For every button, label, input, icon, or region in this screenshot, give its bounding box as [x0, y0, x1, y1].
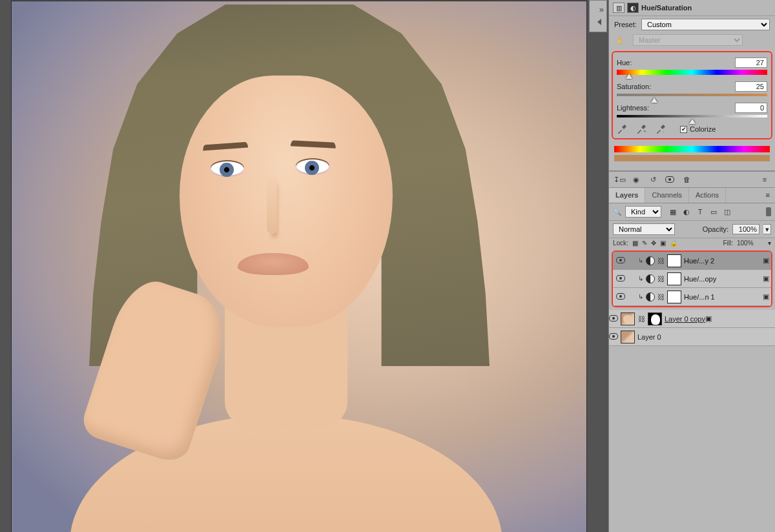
- eyedropper-icon[interactable]: [617, 124, 627, 134]
- hue-slider-block: Hue: 27: [617, 57, 767, 75]
- layer-mask-thumb[interactable]: [667, 254, 681, 267]
- layer-name[interactable]: Hue/...n 1: [684, 293, 761, 301]
- filter-smart-icon[interactable]: ◫: [723, 208, 732, 216]
- mask-link-icon[interactable]: ⛓: [657, 257, 665, 265]
- channel-select[interactable]: Master: [633, 34, 743, 46]
- hue-value[interactable]: 27: [735, 57, 767, 68]
- filter-adjustment-icon[interactable]: ◐: [682, 208, 691, 216]
- layer-row[interactable]: ↳ ⛓ Hue/...y 2 ▣: [613, 252, 771, 270]
- layer-advanced-icon[interactable]: ▣: [761, 292, 771, 301]
- photo-eye-right: [296, 159, 329, 175]
- saturation-label: Saturation:: [617, 83, 651, 90]
- fill-dropdown-icon[interactable]: ▾: [768, 240, 771, 247]
- adjustment-list-icon[interactable]: ▥: [613, 3, 625, 13]
- layer-advanced-icon[interactable]: ▣: [761, 274, 771, 283]
- layer-visibility-icon[interactable]: [613, 293, 628, 301]
- layer-row[interactable]: Layer 0: [609, 328, 775, 346]
- panel-expand-icon[interactable]: [597, 19, 601, 25]
- adjustment-thumb-icon: [646, 292, 655, 302]
- filter-pixel-icon[interactable]: ▦: [668, 208, 677, 216]
- document-canvas[interactable]: [12, 1, 586, 532]
- view-previous-icon[interactable]: ◉: [631, 174, 641, 185]
- layer-name[interactable]: Layer 0 copy: [665, 315, 705, 323]
- colorize-label: Colorize: [690, 125, 716, 133]
- lock-row: Lock: ▦ ✎ ✥ ▣ 🔒 Fill: 100% ▾: [609, 238, 775, 249]
- tab-channels[interactable]: Channels: [645, 188, 688, 203]
- saturation-slider[interactable]: [617, 94, 767, 96]
- clip-to-layer-icon[interactable]: ↧▭: [614, 174, 625, 185]
- mask-link-icon[interactable]: ⛓: [657, 293, 665, 301]
- svg-text:+: +: [643, 128, 646, 134]
- layers-tabs: Layers Channels Actions ≡: [609, 188, 775, 203]
- panel-menu-icon[interactable]: ≡: [760, 174, 770, 185]
- trash-icon[interactable]: 🗑: [681, 174, 692, 185]
- visibility-icon[interactable]: [665, 174, 675, 185]
- layer-row[interactable]: ↳ ⛓ Hue/...opy ▣: [613, 270, 771, 288]
- layer-visibility-icon[interactable]: [613, 257, 628, 265]
- layer-name[interactable]: Layer 0: [637, 333, 661, 341]
- filter-kind-select[interactable]: Kind: [625, 206, 661, 218]
- fill-label: Fill:: [723, 240, 733, 247]
- search-icon: 🔍: [613, 208, 622, 216]
- tab-actions[interactable]: Actions: [689, 188, 726, 203]
- colorize-checkbox[interactable]: ✔ Colorize: [680, 125, 716, 133]
- lock-artboard-icon[interactable]: ▣: [660, 240, 666, 247]
- eyedropper-subtract-icon[interactable]: -: [656, 124, 666, 134]
- preset-select[interactable]: Custom: [641, 19, 770, 30]
- layer-visibility-icon[interactable]: [613, 275, 628, 283]
- photo-nose: [267, 176, 277, 234]
- channel-row: ✋ Master: [609, 33, 775, 51]
- lock-label: Lock:: [613, 240, 628, 247]
- lock-position-icon[interactable]: ✥: [651, 240, 656, 247]
- mask-link-icon[interactable]: ⛓: [637, 315, 645, 323]
- adjustment-thumb-icon: [646, 274, 655, 283]
- layer-mask-thumb[interactable]: [667, 291, 681, 303]
- filter-type-icon[interactable]: T: [696, 208, 705, 216]
- panel-collapse-icon[interactable]: »: [599, 5, 604, 14]
- layer-visibility-icon[interactable]: [609, 333, 618, 341]
- lock-transparent-icon[interactable]: ▦: [632, 240, 638, 247]
- adjustment-thumb-icon: [646, 256, 655, 265]
- layer-advanced-icon[interactable]: ▣: [705, 314, 712, 323]
- mask-link-icon[interactable]: ⛓: [657, 275, 665, 283]
- lock-pixels-icon[interactable]: ✎: [642, 240, 647, 247]
- fill-value[interactable]: 100%: [737, 240, 764, 247]
- layer-name[interactable]: Hue/...opy: [684, 275, 761, 283]
- filter-toggle[interactable]: [766, 207, 771, 216]
- collapsed-panel-dock[interactable]: »: [589, 0, 607, 32]
- layer-mask-thumb[interactable]: [648, 312, 662, 325]
- preset-row: Preset: Custom: [609, 16, 775, 33]
- saturation-slider-block: Saturation: 25: [617, 81, 767, 96]
- hand-tool-icon[interactable]: ✋: [615, 36, 625, 44]
- layer-advanced-icon[interactable]: ▣: [761, 256, 771, 265]
- photo-face: [180, 76, 393, 327]
- layer-row[interactable]: ↳ ⛓ Hue/...n 1 ▣: [613, 288, 771, 306]
- layer-name[interactable]: Hue/...y 2: [684, 257, 761, 265]
- hue-slider[interactable]: [617, 70, 767, 75]
- check-icon: ✔: [680, 126, 687, 133]
- saturation-value[interactable]: 25: [735, 81, 767, 92]
- lock-all-icon[interactable]: 🔒: [670, 240, 677, 247]
- adjustment-footer-bar: ↧▭ ◉ ↺ 🗑 ≡: [609, 171, 775, 188]
- blend-mode-select[interactable]: Normal: [613, 223, 675, 235]
- opacity-dropdown-icon[interactable]: ▾: [763, 224, 771, 234]
- filter-shape-icon[interactable]: ▭: [709, 208, 718, 216]
- adjustment-title: Hue/Saturation: [641, 4, 692, 12]
- lightness-slider[interactable]: [617, 115, 767, 118]
- layer-mask-thumb[interactable]: [667, 272, 681, 285]
- opacity-label: Opacity:: [703, 225, 728, 233]
- opacity-value[interactable]: 100%: [732, 224, 760, 234]
- tab-layers[interactable]: Layers: [609, 188, 645, 203]
- reset-icon[interactable]: ↺: [648, 174, 658, 185]
- adjustment-mask-icon[interactable]: ◐: [627, 3, 639, 13]
- layer-row[interactable]: ⛓ Layer 0 copy ▣: [609, 310, 775, 328]
- right-panel-group: ▥ ◐ Hue/Saturation Preset: Custom ✋ Mast…: [608, 0, 775, 532]
- lightness-value[interactable]: 0: [735, 103, 767, 113]
- layer-visibility-icon[interactable]: [609, 315, 618, 323]
- layers-panel-menu-icon[interactable]: ≡: [761, 188, 775, 203]
- layer-thumb[interactable]: [621, 331, 635, 343]
- eyedropper-add-icon[interactable]: +: [636, 124, 646, 134]
- layer-filter-row: 🔍 Kind ▦ ◐ T ▭ ◫: [609, 203, 775, 221]
- clip-indicator-icon: ↳: [637, 257, 644, 264]
- layer-thumb[interactable]: [621, 312, 635, 325]
